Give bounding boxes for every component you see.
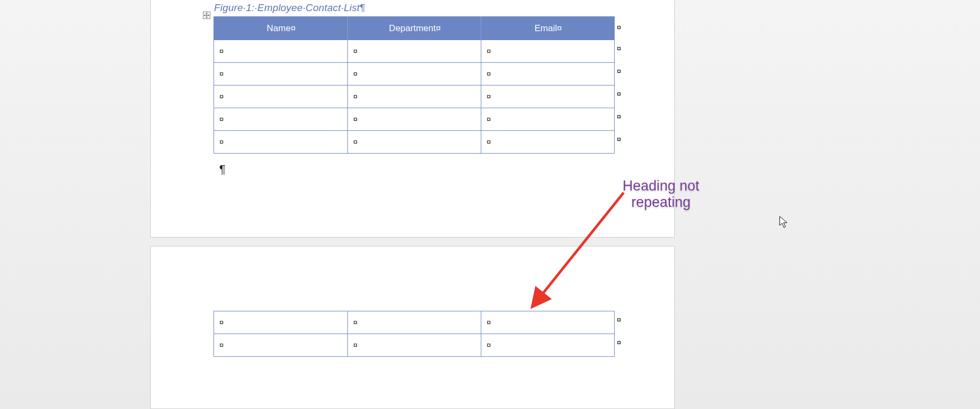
cell-mark: ¤ [219, 318, 224, 327]
table-cell[interactable]: ¤ [348, 108, 481, 131]
table-cell[interactable]: ¤ [214, 108, 348, 131]
table-cell[interactable]: ¤ [481, 108, 615, 131]
table-cell[interactable]: ¤ [348, 131, 481, 154]
row-end-mark: ¤ [617, 66, 621, 75]
cell-mark: ¤ [353, 69, 357, 78]
cell-mark: ¤ [219, 137, 224, 146]
row-end-mark: ¤ [617, 135, 621, 144]
cell-mark: ¤ [487, 92, 491, 101]
table-cell[interactable]: ¤ [214, 334, 348, 357]
document-page-2[interactable]: ¤¤¤¤¤¤ ¤¤ [150, 246, 675, 409]
table-header-name[interactable]: Name¤ [214, 17, 348, 40]
cell-mark: ¤ [219, 69, 224, 78]
employee-table-page2[interactable]: ¤¤¤¤¤¤ [214, 311, 615, 357]
table-header-email[interactable]: Email¤ [481, 17, 615, 40]
cell-mark: ¤ [219, 340, 224, 349]
cursor-icon [779, 216, 790, 230]
cell-mark: ¤ [353, 340, 357, 349]
caption-prefix: Figure·1:· [214, 2, 257, 13]
cell-mark: ¤ [487, 137, 491, 146]
table-row[interactable]: ¤¤¤ [214, 311, 615, 334]
pilcrow-mark: ¶ [360, 2, 365, 13]
row-end-mark: ¤ [617, 338, 621, 347]
cell-mark: ¤ [487, 115, 491, 123]
table-cell[interactable]: ¤ [481, 40, 615, 63]
table-cell[interactable]: ¤ [348, 40, 481, 63]
table-cell[interactable]: ¤ [348, 63, 481, 85]
cell-mark: ¤ [487, 69, 491, 78]
table-header-row[interactable]: Name¤ Department¤ Email¤ [214, 17, 615, 40]
cell-mark: ¤ [487, 340, 491, 349]
cell-mark: ¤ [219, 46, 224, 55]
table-cell[interactable]: ¤ [481, 334, 615, 357]
table-row[interactable]: ¤¤¤ [214, 334, 615, 357]
row-end-mark: ¤ [617, 112, 621, 121]
table-cell[interactable]: ¤ [348, 311, 481, 334]
cell-mark: ¤ [353, 115, 357, 123]
table-cell[interactable]: ¤ [348, 85, 481, 108]
cell-mark: ¤ [487, 318, 491, 327]
cell-mark: ¤ [353, 137, 357, 146]
row-end-mark: ¤ [617, 44, 621, 53]
table-header-department[interactable]: Department¤ [348, 17, 481, 40]
cell-mark: ¤ [353, 92, 357, 101]
table-cell[interactable]: ¤ [214, 311, 348, 334]
table-cell[interactable]: ¤ [214, 63, 348, 85]
table-cell[interactable]: ¤ [214, 131, 348, 154]
table-move-handle-icon[interactable] [203, 12, 210, 19]
annotation-text: Heading not repeating [623, 178, 700, 211]
caption-title: Employee·Contact·List [257, 2, 360, 13]
employee-table-page1[interactable]: Name¤ Department¤ Email¤ ¤¤¤¤¤¤¤¤¤¤¤¤¤¤¤ [214, 16, 615, 154]
table-cell[interactable]: ¤ [481, 63, 615, 85]
table-row[interactable]: ¤¤¤ [214, 40, 615, 63]
table-row[interactable]: ¤¤¤ [214, 63, 615, 85]
row-end-mark: ¤ [617, 315, 621, 324]
cell-mark: ¤ [353, 318, 357, 327]
table-cell[interactable]: ¤ [214, 40, 348, 63]
figure-caption[interactable]: Figure·1:·Employee·Contact·List¶ [214, 2, 365, 14]
cell-mark: ¤ [219, 92, 224, 101]
table-row[interactable]: ¤¤¤ [214, 108, 615, 131]
document-page-1[interactable]: Figure·1:·Employee·Contact·List¶ Name¤ D… [150, 0, 675, 237]
table-cell[interactable]: ¤ [481, 85, 615, 108]
paragraph-mark[interactable]: ¶ [219, 163, 226, 176]
cell-mark: ¤ [219, 115, 224, 123]
cell-mark: ¤ [353, 46, 357, 55]
table-cell[interactable]: ¤ [348, 334, 481, 357]
table-row[interactable]: ¤¤¤ [214, 131, 615, 154]
table-row[interactable]: ¤¤¤ [214, 85, 615, 108]
table-cell[interactable]: ¤ [214, 85, 348, 108]
table-cell[interactable]: ¤ [481, 311, 615, 334]
row-end-mark: ¤ [617, 23, 621, 32]
row-end-mark: ¤ [617, 89, 621, 98]
table-cell[interactable]: ¤ [481, 131, 615, 154]
cell-mark: ¤ [487, 46, 491, 55]
